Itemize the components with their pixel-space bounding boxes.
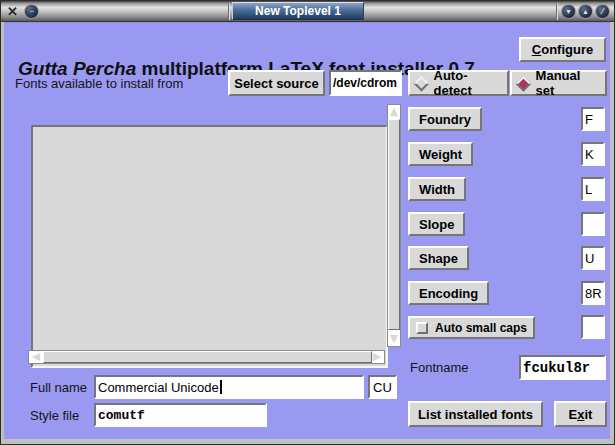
full-name-label: Full name xyxy=(30,380,87,395)
checkbox-indicator xyxy=(416,322,428,334)
width-field[interactable]: L xyxy=(581,177,605,201)
horizontal-scrollbar[interactable] xyxy=(28,350,385,364)
scroll-down-icon[interactable] xyxy=(389,334,399,344)
encoding-field[interactable]: 8R xyxy=(581,281,605,305)
weight-button[interactable]: Weight xyxy=(408,142,473,166)
auto-small-caps-checkbox[interactable]: Auto small caps xyxy=(408,316,535,339)
scroll-up-icon[interactable] xyxy=(389,107,399,117)
radio-indicator-on xyxy=(516,75,531,90)
horizontal-scrollbar-thumb[interactable] xyxy=(43,351,372,363)
width-button[interactable]: Width xyxy=(408,177,466,201)
manual-set-radio[interactable]: Manual set xyxy=(510,70,607,96)
titlebar-divider xyxy=(556,3,558,20)
app-window: ✕ − New Toplevel 1 ▼ ▲ ∕ Gutta Percha mu… xyxy=(0,0,615,445)
font-listbox[interactable] xyxy=(31,125,388,368)
style-file-input[interactable]: comutf xyxy=(94,403,267,427)
auto-detect-radio[interactable]: Auto-detect xyxy=(408,70,509,96)
scroll-right-icon[interactable] xyxy=(372,352,382,362)
foundry-field[interactable]: F xyxy=(581,107,605,131)
app-icon: ✕ xyxy=(5,4,20,19)
device-input[interactable]: /dev/cdrom xyxy=(329,70,402,96)
titlebar-divider xyxy=(228,3,230,20)
close-button[interactable]: ∕ xyxy=(595,4,610,19)
manual-set-label: Manual set xyxy=(536,68,599,98)
configure-button[interactable]: Configure xyxy=(519,37,606,62)
window-title: New Toplevel 1 xyxy=(232,2,364,20)
titlebar[interactable]: ✕ − New Toplevel 1 ▼ ▲ ∕ xyxy=(1,1,614,22)
source-label: Fonts available to install from xyxy=(15,76,183,91)
slope-button[interactable]: Slope xyxy=(408,212,465,236)
style-file-label: Style file xyxy=(30,408,79,423)
shape-button[interactable]: Shape xyxy=(408,246,469,270)
fontname-field[interactable]: fcukul8r xyxy=(519,355,606,380)
radio-indicator-off xyxy=(414,75,429,90)
fontname-label: Fontname xyxy=(410,360,469,375)
exit-button[interactable]: Exit xyxy=(554,401,607,427)
weight-field[interactable]: K xyxy=(581,142,605,166)
auto-small-caps-label: Auto small caps xyxy=(435,321,527,335)
shade-button[interactable]: ▼ xyxy=(561,4,576,19)
text-cursor xyxy=(220,380,222,394)
vertical-scrollbar[interactable] xyxy=(387,104,401,347)
select-source-button[interactable]: Select source xyxy=(228,70,325,96)
foundry-button[interactable]: Foundry xyxy=(408,107,482,131)
scroll-left-icon[interactable] xyxy=(31,352,41,362)
maximize-button[interactable]: ▲ xyxy=(578,4,593,19)
client-area: Gutta Percha multiplatform LaTeX font in… xyxy=(4,22,610,439)
vertical-scrollbar-thumb[interactable] xyxy=(388,119,400,330)
list-installed-fonts-button[interactable]: List installed fonts xyxy=(408,401,543,427)
full-name-input[interactable]: Commercial Unicode xyxy=(94,375,364,399)
small-caps-field[interactable] xyxy=(581,315,605,339)
shape-field[interactable]: U xyxy=(581,246,605,270)
encoding-button[interactable]: Encoding xyxy=(408,281,489,305)
abbrev-field[interactable]: CU xyxy=(368,375,397,399)
auto-detect-label: Auto-detect xyxy=(434,68,501,98)
window-menu-button[interactable]: − xyxy=(24,4,39,19)
slope-field[interactable] xyxy=(581,212,605,236)
